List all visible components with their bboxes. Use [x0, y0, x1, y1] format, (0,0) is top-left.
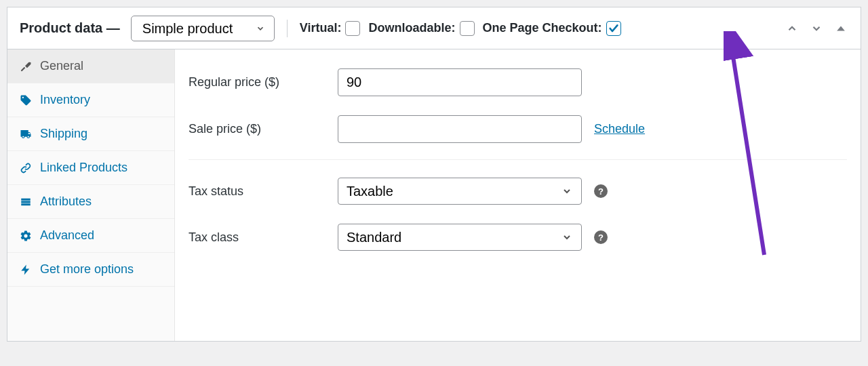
bolt-icon: [20, 264, 32, 276]
gear-icon: [20, 230, 32, 242]
sidebar-tab-get-more-options[interactable]: Get more options: [7, 253, 174, 287]
tax-status-label: Tax status: [189, 184, 338, 199]
one-page-checkout-label: One Page Checkout:: [483, 21, 602, 35]
help-icon[interactable]: ?: [594, 230, 608, 244]
tax-status-select[interactable]: Taxable: [338, 178, 582, 205]
help-icon[interactable]: ?: [594, 184, 608, 198]
sidebar-tab-attributes[interactable]: Attributes: [7, 185, 174, 219]
move-up-button[interactable]: [785, 21, 800, 36]
regular-price-label: Regular price ($): [189, 75, 338, 89]
virtual-checkbox[interactable]: [345, 21, 360, 36]
sidebar-tab-advanced[interactable]: Advanced: [7, 219, 174, 253]
truck-icon: [20, 128, 32, 140]
product-data-panel: Product data — Simple product Virtual: D…: [7, 7, 861, 342]
collapse-button[interactable]: [833, 21, 848, 36]
sidebar: General Inventory Shipping Linked Produc…: [7, 49, 175, 341]
list-icon: [20, 196, 32, 208]
schedule-link[interactable]: Schedule: [594, 122, 645, 136]
product-type-select[interactable]: Simple product: [131, 16, 275, 41]
downloadable-checkbox-label: Downloadable:: [368, 21, 455, 35]
tax-class-label: Tax class: [189, 230, 338, 245]
link-icon: [20, 162, 32, 174]
downloadable-checkbox[interactable]: [460, 21, 475, 36]
move-down-button[interactable]: [809, 21, 824, 36]
tag-icon: [20, 94, 32, 106]
sale-price-label: Sale price ($): [189, 122, 338, 136]
chevron-up-icon: [786, 22, 798, 35]
regular-price-input[interactable]: [338, 68, 582, 96]
sidebar-item-label: Shipping: [40, 127, 87, 141]
general-tab-content: Regular price ($) Sale price ($) Schedul…: [175, 49, 861, 341]
sidebar-item-label: Get more options: [40, 262, 134, 277]
chevron-down-icon: [810, 22, 823, 35]
panel-body: General Inventory Shipping Linked Produc…: [7, 49, 861, 341]
sidebar-item-label: Inventory: [40, 93, 90, 107]
tax-class-select[interactable]: Standard: [338, 224, 582, 251]
one-page-checkout-checkbox[interactable]: [606, 21, 621, 36]
sidebar-item-label: General: [40, 59, 83, 73]
sidebar-tab-inventory[interactable]: Inventory: [7, 83, 174, 117]
sidebar-tab-shipping[interactable]: Shipping: [7, 117, 174, 151]
virtual-checkbox-label: Virtual:: [300, 21, 342, 35]
caret-up-icon: [836, 24, 846, 33]
sidebar-tab-general[interactable]: General: [7, 49, 174, 83]
panel-header: Product data — Simple product Virtual: D…: [7, 7, 861, 49]
sidebar-item-label: Advanced: [40, 228, 94, 243]
divider: [287, 20, 288, 37]
wrench-icon: [20, 60, 32, 73]
panel-title: Product data —: [20, 20, 120, 36]
sidebar-item-label: Linked Products: [40, 161, 127, 175]
svg-marker-0: [837, 26, 845, 30]
panel-controls: [785, 21, 848, 36]
sidebar-tab-linked-products[interactable]: Linked Products: [7, 151, 174, 185]
sidebar-item-label: Attributes: [40, 195, 92, 209]
sale-price-input[interactable]: [338, 115, 582, 143]
